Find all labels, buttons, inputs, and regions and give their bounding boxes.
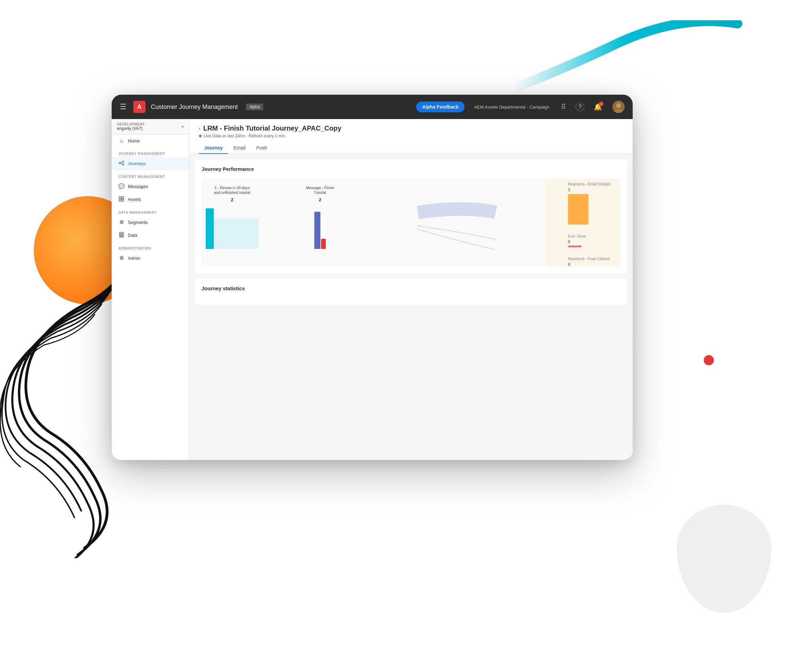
status-text: Live Data on last 24hrs · Refresh every … xyxy=(204,134,286,138)
sidebar-assets-label: Assets xyxy=(128,197,141,202)
right-bg xyxy=(546,179,621,267)
adobe-logo: A xyxy=(133,101,146,113)
app-window: ☰ A Customer Journey Management Alpha Al… xyxy=(112,95,633,460)
tab-email[interactable]: Email xyxy=(228,143,251,154)
sidebar-item-home[interactable]: ⌂ Home xyxy=(112,134,189,147)
svg-rect-11 xyxy=(120,234,123,236)
tab-push[interactable]: Push xyxy=(251,143,272,154)
journey-performance-section: Journey Performance 1 - Renew in 30 days… xyxy=(195,159,627,273)
svg-rect-8 xyxy=(119,199,121,201)
notification-badge: 4 xyxy=(599,101,604,106)
svg-rect-12 xyxy=(120,236,123,237)
sidebar-item-journeys[interactable]: Journeys xyxy=(112,157,189,170)
node1: 1 - Renew in 30 days and unfinished tuto… xyxy=(212,185,252,249)
sidebar-section-admin: ADMINISTRATION xyxy=(112,242,189,252)
sidebar-data-label: Data xyxy=(128,233,137,238)
sidebar-home-label: Home xyxy=(128,138,140,143)
messages-icon: 💬 xyxy=(118,183,125,189)
svg-point-1 xyxy=(616,103,621,108)
hamburger-icon[interactable]: ☰ xyxy=(120,103,126,111)
campaign-text: AEM Assets Departmental - Campaign xyxy=(474,105,550,110)
sidebar-item-messages[interactable]: 💬 Messages xyxy=(112,180,189,193)
sidebar-segments-label: Segments xyxy=(128,220,148,225)
help-icon[interactable]: ? xyxy=(576,103,584,111)
sidebar-item-data[interactable]: Data xyxy=(112,229,189,242)
svg-point-5 xyxy=(123,164,124,165)
sidebar-admin-label: Admin xyxy=(128,256,140,261)
bar-teal-flow xyxy=(214,219,259,249)
main-layout: DEVELOPMENT engonly (VA7) ▾ ⌂ Home JOURN… xyxy=(112,119,633,460)
bar-purple xyxy=(314,212,320,249)
user-avatar[interactable] xyxy=(613,101,624,113)
admin-icon: ⚙ xyxy=(118,255,125,261)
content-area: ‹ LRM - Finish Tutorial Journey_APAC_Cop… xyxy=(189,119,633,460)
app-name-label: Customer Journey Management xyxy=(151,103,238,111)
journey-tabs: Journey Email Push xyxy=(199,143,623,154)
journey-status-row: Live Data on last 24hrs · Refresh every … xyxy=(199,134,623,138)
node1-label: 1 - Renew in 30 days and unfinished tuto… xyxy=(212,185,252,195)
teal-swoosh-decoration xyxy=(508,20,744,95)
journey-statistics-section: Journey statistics xyxy=(195,279,627,305)
data-icon xyxy=(118,232,125,239)
env-value: engonly (VA7) xyxy=(117,126,145,131)
node2-label: Message - Finish Tutorial xyxy=(303,185,337,195)
sidebar-journeys-label: Journeys xyxy=(128,161,146,166)
sidebar-item-segments[interactable]: ⚙ Segments xyxy=(112,216,189,229)
journey-chart: 1 - Renew in 30 days and unfinished tuto… xyxy=(202,179,621,267)
node1-bars xyxy=(206,205,259,249)
waffle-icon[interactable]: ⠿ xyxy=(561,103,566,111)
sidebar-section-data: DATA MANAGEMENT xyxy=(112,206,189,216)
env-chevron-icon: ▾ xyxy=(182,124,184,129)
topbar: ☰ A Customer Journey Management Alpha Al… xyxy=(112,95,633,119)
bar-teal xyxy=(206,208,214,249)
sidebar-section-content: CONTENT MANAGEMENT xyxy=(112,170,189,180)
gray-blob-decoration xyxy=(677,504,771,613)
home-icon: ⌂ xyxy=(118,138,125,144)
node2-bars xyxy=(314,205,326,249)
svg-point-4 xyxy=(123,161,124,163)
alpha-feedback-button[interactable]: Alpha Feedback xyxy=(416,101,465,112)
back-button[interactable]: ‹ xyxy=(199,126,201,131)
alpha-badge: Alpha xyxy=(246,103,263,110)
node2: Message - Finish Tutorial 2 xyxy=(303,185,337,249)
notification-icon[interactable]: 🔔 4 xyxy=(594,103,602,111)
svg-rect-6 xyxy=(119,196,121,199)
segments-icon: ⚙ xyxy=(118,219,125,225)
tab-journey[interactable]: Journey xyxy=(199,143,228,154)
svg-point-3 xyxy=(119,163,120,164)
env-label: DEVELOPMENT xyxy=(117,123,145,126)
sidebar: DEVELOPMENT engonly (VA7) ▾ ⌂ Home JOURN… xyxy=(112,119,189,460)
bar-red xyxy=(321,239,326,249)
journeys-icon xyxy=(118,160,125,167)
statistics-title: Journey statistics xyxy=(202,285,621,291)
sidebar-messages-label: Messages xyxy=(128,184,148,189)
status-dot xyxy=(199,134,202,137)
sidebar-item-assets[interactable]: Assets xyxy=(112,193,189,206)
journey-header: ‹ LRM - Finish Tutorial Journey_APAC_Cop… xyxy=(189,119,633,154)
svg-rect-7 xyxy=(122,196,124,199)
svg-rect-10 xyxy=(120,232,123,234)
env-selector[interactable]: DEVELOPMENT engonly (VA7) ▾ xyxy=(112,119,189,134)
assets-icon xyxy=(118,196,125,202)
red-dot-decoration xyxy=(704,355,714,365)
sidebar-section-journey: JOURNEY MANAGEMENT xyxy=(112,147,189,157)
svg-rect-9 xyxy=(122,199,124,201)
performance-title: Journey Performance xyxy=(202,166,621,172)
node1-count: 2 xyxy=(231,197,233,202)
breadcrumb-row: ‹ LRM - Finish Tutorial Journey_APAC_Cop… xyxy=(199,124,623,132)
journey-title: LRM - Finish Tutorial Journey_APAC_Copy xyxy=(203,124,341,132)
node2-count: 2 xyxy=(319,197,321,202)
sidebar-item-admin[interactable]: ⚙ Admin xyxy=(112,252,189,264)
